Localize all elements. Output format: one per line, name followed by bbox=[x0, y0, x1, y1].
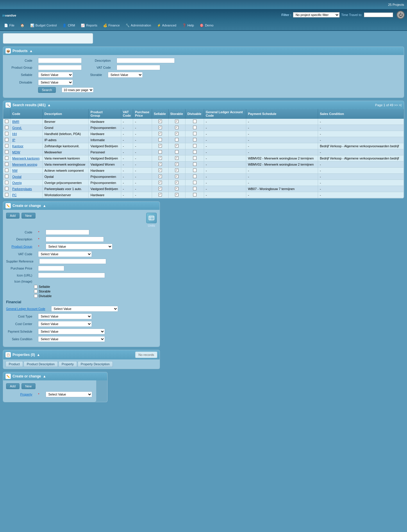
cc-sellable-checkbox[interactable] bbox=[34, 285, 38, 288]
product-group-label: Product Group bbox=[6, 66, 32, 69]
create-change-header: ✏️ Create or change ▲ bbox=[3, 202, 160, 210]
create-change-collapse[interactable]: ▲ bbox=[43, 204, 46, 208]
admin-icon: 🔧 bbox=[126, 24, 130, 27]
cc-supplier-ref-input[interactable] bbox=[39, 259, 106, 264]
new-button[interactable]: New bbox=[22, 213, 35, 219]
props-new-button[interactable]: New bbox=[22, 383, 35, 389]
results-collapse[interactable]: ▲ bbox=[47, 103, 51, 107]
top-bar: 25 Projects bbox=[0, 0, 407, 9]
cc-payment-schedule-select[interactable]: Select Value bbox=[38, 329, 105, 334]
cc-gl-label[interactable]: General Ledger Account Code bbox=[6, 307, 45, 311]
props-property-select[interactable]: Select Value bbox=[46, 391, 92, 397]
results-header: 🔍 Search results (481) ▲ Page 1 of 49 >>… bbox=[3, 101, 404, 109]
nav-help[interactable]: ❓ Help bbox=[179, 22, 197, 29]
storable-select[interactable]: Select Value Yes No bbox=[108, 72, 143, 78]
sellable-select[interactable]: Select Value Yes No bbox=[38, 72, 73, 78]
table-row: Meerwerk woningVaria meerwerk woningbouw… bbox=[3, 162, 404, 168]
results-icon: 🔍 bbox=[6, 102, 11, 108]
props-add-button[interactable]: Add bbox=[6, 383, 19, 389]
time-travel-input[interactable] bbox=[364, 13, 393, 17]
products-group-row: Product Group VAT Code bbox=[6, 65, 401, 70]
products-panel-title: Products bbox=[13, 49, 28, 53]
table-link[interactable]: PC bbox=[12, 193, 17, 197]
col-storable-header: Storable bbox=[168, 109, 185, 119]
page-info: Page 1 of 49 >> >| bbox=[375, 103, 401, 107]
create-change-icon: ✏️ bbox=[6, 203, 11, 208]
cc-cost-type-select[interactable]: Select Value bbox=[38, 313, 92, 319]
cc-purchase-price-label: Purchase Price bbox=[6, 267, 32, 270]
cc-vat-code-select[interactable]: Select Value bbox=[38, 251, 92, 257]
table-link[interactable]: Meerwerk woning bbox=[12, 163, 37, 166]
nav-finance[interactable]: 💰 Finance bbox=[100, 22, 123, 29]
power-button[interactable]: ⏻ bbox=[397, 11, 405, 19]
table-link[interactable]: Opstal bbox=[12, 175, 22, 178]
table-link[interactable]: IP bbox=[12, 138, 15, 142]
props-property-row: Property * Select Value bbox=[6, 391, 93, 397]
filter-select[interactable]: No project specific filter bbox=[293, 12, 340, 17]
table-link[interactable]: Overig bbox=[12, 181, 22, 185]
table-link[interactable]: MDW bbox=[12, 150, 20, 154]
col-product-group-header: ProductGroup bbox=[89, 109, 121, 119]
divisable-label: Divisable bbox=[6, 81, 32, 84]
cc-cost-center-select[interactable]: Select Value bbox=[38, 321, 92, 327]
cc-icon-url-input[interactable] bbox=[38, 273, 105, 278]
units-icon[interactable] bbox=[146, 213, 157, 223]
table-row: ParkeerplaatsParkeerplaats voor 1 auto.V… bbox=[3, 186, 404, 192]
top-search-bar[interactable] bbox=[3, 33, 93, 44]
table-link[interactable]: NW bbox=[12, 169, 17, 172]
nav-reports[interactable]: 📈 Reports bbox=[78, 22, 100, 29]
col-sales-header: Sales Condition bbox=[318, 109, 404, 119]
filter-label: Filter : bbox=[281, 13, 291, 17]
table-link[interactable]: Parkeerplaats bbox=[12, 187, 32, 191]
tab-product-description[interactable]: Product Description bbox=[24, 361, 58, 367]
cc-product-group-select[interactable]: Select Value bbox=[46, 244, 113, 249]
product-group-input[interactable] bbox=[38, 65, 82, 70]
products-panel-header: 📦 Products ▲ bbox=[3, 47, 404, 55]
cc-code-input[interactable] bbox=[46, 230, 89, 235]
nav-crm[interactable]: 👤 CRM bbox=[60, 22, 78, 29]
nav-admin[interactable]: 🔧 Administration bbox=[123, 22, 154, 29]
cc-code-row: Code * bbox=[6, 230, 157, 235]
col-vat-code-header: VATCode bbox=[121, 109, 133, 119]
rows-per-page-select[interactable]: 10 rows per page 25 rows per page 50 row… bbox=[62, 87, 94, 93]
nav-home[interactable]: 🏠 bbox=[17, 22, 27, 29]
nav-budget-control[interactable]: 📊 Budget Control bbox=[27, 22, 60, 29]
cc-sales-condition-select[interactable]: Select Value bbox=[38, 336, 105, 342]
home-icon: 🏠 bbox=[20, 24, 24, 27]
crm-icon: 👤 bbox=[63, 24, 67, 27]
products-panel-collapse[interactable]: ▲ bbox=[29, 49, 33, 53]
props-property-label[interactable]: Property bbox=[6, 393, 32, 396]
col-sellable-header: Sellable bbox=[152, 109, 168, 119]
cc-storable-checkbox[interactable] bbox=[34, 290, 38, 293]
table-link[interactable]: BMR bbox=[12, 120, 19, 123]
create-change-props-collapse[interactable]: ▲ bbox=[43, 374, 46, 378]
add-button[interactable]: Add bbox=[6, 213, 19, 219]
sellable-label: Sellable bbox=[6, 73, 32, 77]
cc-description-input[interactable] bbox=[46, 237, 104, 242]
properties-collapse[interactable]: ▲ bbox=[37, 353, 40, 357]
search-button[interactable]: Search bbox=[38, 87, 56, 93]
cc-gl-row: General Ledger Account Code Select Value bbox=[6, 306, 157, 312]
nav-file[interactable]: 📄 File bbox=[1, 22, 17, 29]
table-row: Meerwerk kantorenVaria meerwerk kantoren… bbox=[3, 155, 404, 162]
description-input[interactable] bbox=[117, 58, 175, 63]
divisable-select[interactable]: Select Value Yes No bbox=[38, 79, 73, 85]
tab-property-description[interactable]: Property Description bbox=[78, 361, 113, 367]
tab-product[interactable]: Product bbox=[6, 361, 23, 367]
products-panel-body: Code Description Product Group VAT Code … bbox=[3, 55, 404, 97]
table-link[interactable]: HH bbox=[12, 132, 17, 136]
nav-advanced[interactable]: ⚡ Advanced bbox=[154, 22, 179, 29]
nav-demo[interactable]: 🎯 Demo bbox=[197, 22, 216, 29]
tab-property[interactable]: Property bbox=[58, 361, 77, 367]
table-link[interactable]: Kantoor bbox=[12, 144, 24, 148]
table-link[interactable]: Grond. bbox=[12, 126, 22, 130]
table-link[interactable]: Meerwerk kantoren bbox=[12, 157, 40, 160]
cc-gl-select[interactable]: Select Value bbox=[51, 306, 118, 312]
advanced-icon: ⚡ bbox=[157, 24, 161, 27]
cc-product-group-label[interactable]: Product Group bbox=[6, 245, 32, 248]
table-row: PCWorkstation/serverHardware----- bbox=[3, 192, 404, 198]
cc-purchase-price-input[interactable] bbox=[38, 266, 64, 271]
vat-code-input[interactable] bbox=[117, 65, 160, 70]
code-input[interactable] bbox=[38, 58, 82, 63]
cc-divisable-checkbox[interactable] bbox=[34, 294, 38, 298]
